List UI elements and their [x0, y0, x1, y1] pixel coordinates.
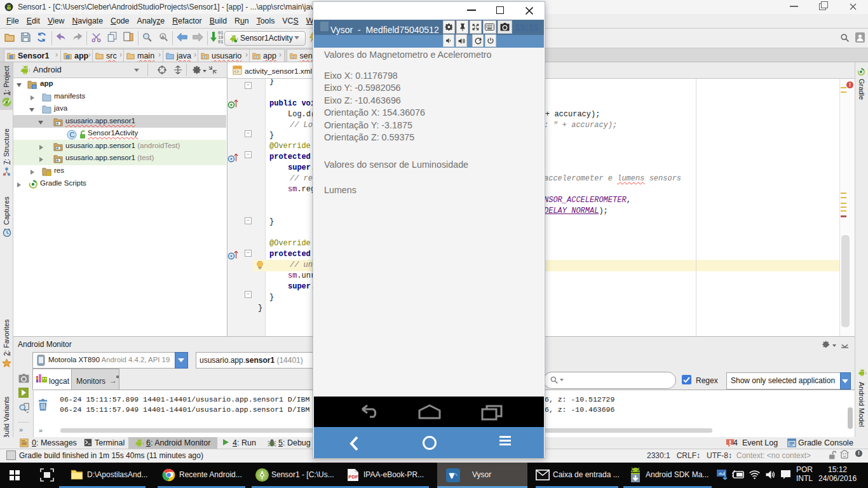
svg-text:PDF: PDF: [348, 474, 358, 480]
svg-text:A: A: [161, 34, 165, 40]
svg-text:C: C: [70, 131, 75, 139]
svg-text:<>: <>: [234, 70, 239, 74]
